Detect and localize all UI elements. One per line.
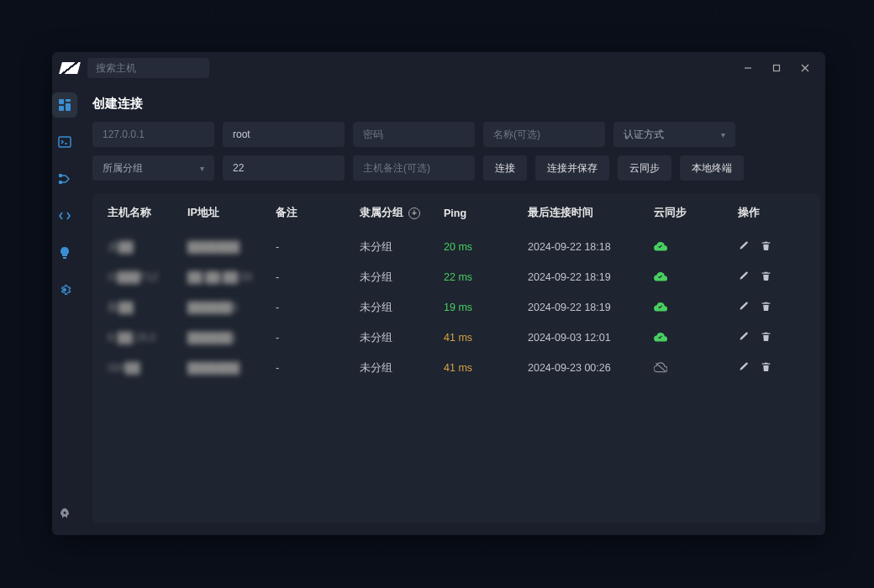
- hosts-table: 主机名称 IP地址 备注 隶属分组 + Ping 最后连接时间 云同步 操作 成…: [92, 194, 820, 523]
- delete-button[interactable]: [761, 301, 771, 314]
- cloud-unsynced-icon: [654, 361, 738, 375]
- auth-method-label: 认证方式: [624, 128, 664, 142]
- cloud-synced-icon: [654, 270, 738, 285]
- table-row[interactable]: 成█████████-未分组20 ms2024-09-22 18:18: [108, 232, 805, 262]
- th-note: 备注: [276, 206, 360, 220]
- app-window: 创建连接 认证方式 ▾ 所属分组 ▾: [52, 52, 825, 535]
- cell-note: -: [276, 302, 360, 313]
- sidebar-item-dashboard[interactable]: [52, 92, 77, 118]
- ip-field[interactable]: [92, 122, 214, 147]
- app-logo: [59, 62, 81, 74]
- connect-save-button[interactable]: 连接并保存: [535, 155, 609, 181]
- table-row[interactable]: ISH█████████-未分组41 ms2024-09-23 00:26: [108, 353, 805, 383]
- cell-host: ISH██: [108, 362, 187, 374]
- th-actions: 操作: [738, 206, 805, 220]
- delete-button[interactable]: [761, 361, 771, 375]
- cell-last: 2024-09-22 18:18: [528, 241, 654, 253]
- delete-button[interactable]: [761, 240, 771, 254]
- note-field[interactable]: [353, 155, 475, 181]
- cloud-synced-icon: [654, 331, 738, 345]
- svg-rect-7: [59, 106, 64, 111]
- cell-group: 未分组: [360, 331, 444, 345]
- sidebar-item-rocket[interactable]: [52, 501, 77, 527]
- sidebar-item-terminal[interactable]: [52, 129, 77, 155]
- cloud-synced-icon: [654, 240, 738, 255]
- edit-button[interactable]: [738, 270, 749, 284]
- cell-last: 2024-09-23 00:26: [528, 362, 654, 374]
- cell-ip: ███████: [187, 362, 276, 374]
- table-row[interactable]: 新████████0-未分组19 ms2024-09-22 18:19: [108, 292, 805, 323]
- cell-note: -: [276, 362, 360, 374]
- table-header: 主机名称 IP地址 备注 隶属分组 + Ping 最后连接时间 云同步 操作: [108, 206, 805, 232]
- svg-point-9: [60, 175, 62, 177]
- cell-host: 成██: [108, 240, 187, 255]
- edit-button[interactable]: [738, 331, 749, 344]
- code-icon: [58, 209, 71, 223]
- cell-last: 2024-09-03 12:01: [528, 332, 654, 344]
- th-host: 主机名称: [108, 206, 187, 220]
- cell-ping: 41 ms: [444, 362, 528, 374]
- cell-host: B ██.25.0: [108, 332, 187, 344]
- group-select[interactable]: 所属分组 ▾: [92, 155, 214, 181]
- th-last: 最后连接时间: [528, 206, 654, 220]
- name-field[interactable]: [483, 122, 605, 147]
- svg-rect-5: [66, 99, 71, 102]
- rocket-icon: [58, 507, 71, 521]
- sidebar-item-bulb[interactable]: [52, 240, 77, 265]
- cell-host: IS███F1Z: [108, 271, 187, 283]
- cell-last: 2024-09-22 18:19: [528, 302, 654, 313]
- user-field[interactable]: [223, 122, 345, 147]
- th-group: 隶属分组: [360, 206, 403, 220]
- th-ip: IP地址: [187, 206, 276, 220]
- cell-group: 未分组: [360, 301, 444, 315]
- connect-button[interactable]: 连接: [483, 155, 527, 181]
- cell-group: 未分组: [360, 361, 444, 375]
- delete-button[interactable]: [761, 270, 771, 284]
- group-label: 所属分组: [103, 161, 143, 176]
- cloud-sync-button[interactable]: 云同步: [618, 155, 671, 181]
- cell-group: 未分组: [360, 240, 444, 255]
- cell-last: 2024-09-22 18:19: [528, 271, 654, 283]
- svg-rect-1: [774, 66, 780, 71]
- sidebar-item-code[interactable]: [52, 203, 77, 228]
- bulb-icon: [58, 246, 71, 260]
- cloud-synced-icon: [654, 301, 738, 315]
- auth-method-select[interactable]: 认证方式 ▾: [613, 122, 735, 147]
- cell-ping: 41 ms: [444, 332, 528, 344]
- cell-group: 未分组: [360, 270, 444, 285]
- password-field[interactable]: [353, 122, 475, 147]
- add-group-button[interactable]: +: [408, 207, 420, 219]
- cell-ping: 22 ms: [444, 271, 528, 283]
- cell-note: -: [276, 271, 360, 283]
- close-button[interactable]: [798, 61, 812, 75]
- terminal-icon: [58, 135, 71, 149]
- edit-button[interactable]: [738, 361, 749, 375]
- minimize-button[interactable]: [741, 61, 755, 75]
- cell-note: -: [276, 332, 360, 344]
- maximize-button[interactable]: [770, 61, 783, 75]
- chevron-down-icon: ▾: [721, 130, 725, 139]
- sidebar-item-settings[interactable]: [52, 277, 77, 302]
- cell-ip: ███████: [187, 241, 276, 253]
- delete-button[interactable]: [761, 331, 771, 344]
- table-row[interactable]: B ██.25.0██████)-未分组41 ms2024-09-03 12:0…: [108, 323, 805, 353]
- edit-button[interactable]: [738, 240, 749, 254]
- table-row[interactable]: IS███F1Z██.██.██.55-未分组22 ms2024-09-22 1…: [108, 262, 805, 292]
- cell-host: 新██: [108, 301, 187, 315]
- edit-button[interactable]: [738, 301, 749, 314]
- port-field[interactable]: [223, 155, 345, 181]
- sidebar: [52, 84, 77, 535]
- svg-point-10: [60, 181, 62, 184]
- node-icon: [58, 172, 71, 186]
- cell-ip: ██████0: [187, 302, 276, 313]
- svg-rect-4: [59, 99, 64, 104]
- search-input[interactable]: [87, 58, 209, 78]
- titlebar: [52, 52, 825, 84]
- cell-ping: 19 ms: [444, 302, 528, 313]
- page-title: 创建连接: [92, 96, 820, 112]
- th-sync: 云同步: [654, 206, 738, 220]
- local-terminal-button[interactable]: 本地终端: [680, 155, 744, 181]
- chevron-down-icon: ▾: [200, 164, 204, 173]
- th-ping: Ping: [444, 207, 528, 219]
- sidebar-item-node[interactable]: [52, 166, 77, 192]
